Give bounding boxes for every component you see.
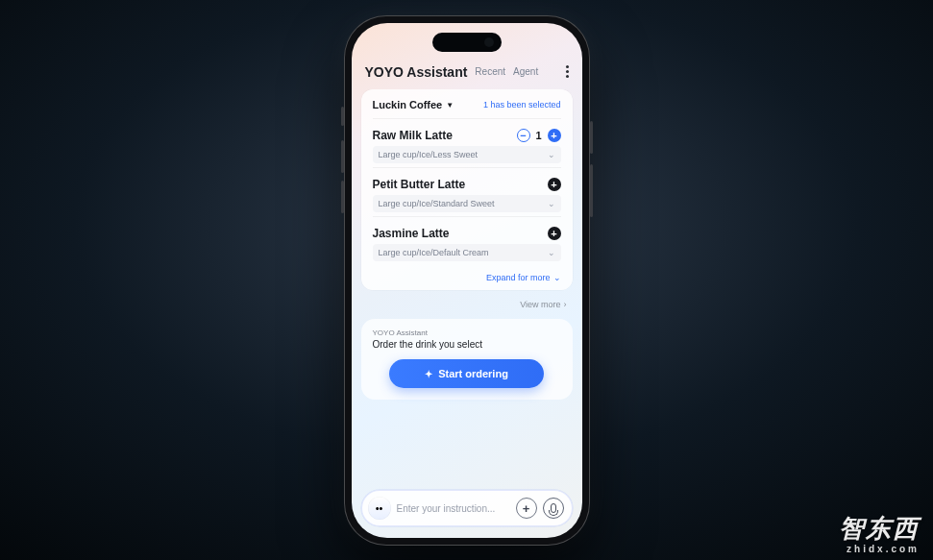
- store-name: Luckin Coffee: [373, 99, 443, 110]
- add-item-button[interactable]: +: [548, 227, 561, 240]
- add-attachment-button[interactable]: [516, 498, 537, 519]
- spec-selector[interactable]: Large cup/Ice/Default Cream ⌄: [373, 244, 561, 261]
- store-selector[interactable]: Luckin Coffee ▼: [373, 99, 454, 110]
- view-more-link[interactable]: View more ›: [361, 296, 573, 311]
- drink-name: Jasmine Latte: [373, 227, 450, 240]
- selected-count: 1 has been selected: [483, 100, 561, 110]
- chevron-down-icon: ⌄: [548, 248, 555, 257]
- drink-item: Raw Milk Latte − 1 + Large cup/Ice/Less …: [373, 118, 561, 167]
- assistant-card: YOYO Assistant Order the drink you selec…: [361, 319, 573, 400]
- voice-input-button[interactable]: [543, 498, 564, 519]
- side-button: [341, 140, 344, 173]
- side-button: [590, 121, 593, 154]
- add-item-button[interactable]: +: [548, 178, 561, 191]
- side-button: [341, 181, 344, 213]
- watermark: 智东西 zhidx.com: [839, 512, 920, 554]
- qty-minus-button[interactable]: −: [517, 129, 530, 142]
- store-card: Luckin Coffee ▼ 1 has been selected Raw …: [361, 89, 573, 290]
- watermark-line1: 智东西: [839, 512, 920, 546]
- quantity-control: − 1 +: [517, 129, 561, 142]
- instruction-input-bar[interactable]: •• Enter your instruction...: [361, 490, 573, 526]
- spec-text: Large cup/Ice/Standard Sweet: [379, 199, 495, 208]
- chevron-down-icon: ⌄: [553, 273, 561, 282]
- assistant-from: YOYO Assistant: [373, 329, 561, 337]
- start-ordering-button[interactable]: ✦ Start ordering: [389, 359, 544, 388]
- drink-item: Jasmine Latte + Large cup/Ice/Default Cr…: [373, 216, 561, 265]
- side-button: [341, 107, 344, 126]
- screen: YOYO Assistant Recent Agent Luckin Coffe…: [352, 23, 582, 538]
- spec-selector[interactable]: Large cup/Ice/Less Sweet ⌄: [373, 146, 561, 163]
- spec-text: Large cup/Ice/Less Sweet: [379, 150, 479, 159]
- spec-selector[interactable]: Large cup/Ice/Standard Sweet ⌄: [373, 195, 561, 212]
- spec-text: Large cup/Ice/Default Cream: [379, 248, 489, 257]
- phone-frame: YOYO Assistant Recent Agent Luckin Coffe…: [344, 15, 590, 546]
- dynamic-island: [432, 33, 502, 52]
- assistant-avatar-icon: ••: [368, 497, 391, 520]
- view-more-label: View more: [520, 300, 560, 309]
- chevron-right-icon: ›: [564, 300, 567, 309]
- tab-recent[interactable]: Recent: [475, 66, 505, 77]
- qty-plus-button[interactable]: +: [548, 129, 561, 142]
- expand-more-link[interactable]: Expand for more ⌄: [373, 265, 561, 282]
- sparkle-icon: ✦: [425, 369, 432, 379]
- app-title: YOYO Assistant: [365, 64, 468, 80]
- chevron-down-icon: ⌄: [548, 199, 555, 208]
- cta-label: Start ordering: [438, 368, 508, 379]
- drink-name: Raw Milk Latte: [373, 129, 453, 142]
- expand-label: Expand for more: [486, 273, 551, 282]
- tab-agent[interactable]: Agent: [513, 66, 538, 77]
- assistant-message: Order the drink you select: [373, 339, 561, 350]
- more-menu-icon[interactable]: [566, 63, 569, 80]
- drink-item: Petit Butter Latte + Large cup/Ice/Stand…: [373, 167, 561, 216]
- side-button: [590, 164, 593, 217]
- chevron-down-icon: ⌄: [548, 150, 555, 159]
- watermark-line2: zhidx.com: [839, 544, 920, 554]
- qty-value: 1: [535, 130, 543, 141]
- instruction-input[interactable]: Enter your instruction...: [397, 503, 510, 514]
- drink-name: Petit Butter Latte: [373, 178, 466, 191]
- caret-down-icon: ▼: [446, 101, 454, 110]
